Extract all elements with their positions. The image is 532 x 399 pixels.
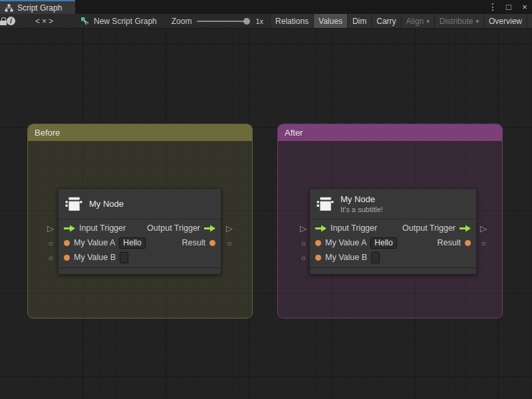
external-value-input-icon[interactable]: ○ <box>46 253 55 263</box>
info-button[interactable]: i <box>7 14 15 28</box>
toolbar-button-dim[interactable]: Dim <box>347 14 371 28</box>
node-ports: Input Trigger Output Trigger My Value A … <box>59 219 221 266</box>
external-flow-output-icon[interactable]: ▷ <box>225 224 234 233</box>
maximize-icon[interactable]: □ <box>504 0 513 14</box>
external-value-input-icon[interactable]: ○ <box>299 239 308 248</box>
value-b-port[interactable]: My Value B <box>315 252 380 263</box>
result-port[interactable]: Result <box>438 238 471 247</box>
new-script-graph-button[interactable]: New Script Graph <box>75 14 162 28</box>
toolbar-button-values[interactable]: Values <box>313 14 347 28</box>
port-row: My Value A Hello Result <box>59 235 221 250</box>
port-row: Input Trigger Output Trigger <box>310 221 476 235</box>
value-b-input[interactable] <box>371 252 380 263</box>
group-title: After <box>285 128 303 138</box>
group-header[interactable]: After <box>278 124 502 141</box>
chevron-down-icon: ▾ <box>475 18 479 25</box>
external-value-output-icon[interactable]: ○ <box>225 239 234 248</box>
node-my-node-after[interactable]: My Node It's a subtitle! Input Trigger O… <box>309 188 477 275</box>
value-port-icon <box>465 240 471 246</box>
zoom-label: Zoom <box>172 17 192 26</box>
toolbar-button-overview[interactable]: Overview <box>483 14 527 28</box>
zoom-slider-handle[interactable] <box>243 18 250 25</box>
value-a-input[interactable]: Hello <box>119 237 145 249</box>
toolbar-toggle-buttons: Relations Values Dim Carry Align ▾ Distr… <box>270 14 532 28</box>
input-trigger-port[interactable]: Input Trigger <box>64 223 126 233</box>
node-header: My Node <box>59 189 221 219</box>
toolbar-button-carry[interactable]: Carry <box>371 14 400 28</box>
graph-canvas[interactable]: Before After My Node Input Tri <box>0 29 532 399</box>
lock-button[interactable] <box>0 14 7 28</box>
result-port[interactable]: Result <box>182 238 215 247</box>
node-footer <box>310 267 476 274</box>
node-subtitle: It's a subtitle! <box>340 205 383 213</box>
port-row: Input Trigger Output Trigger <box>59 221 221 235</box>
port-row: My Value B <box>59 250 221 265</box>
external-value-input-icon[interactable]: ○ <box>299 253 308 263</box>
external-flow-input-icon[interactable]: ▷ <box>299 224 308 233</box>
node-my-node-before[interactable]: My Node Input Trigger Output Trigger My … <box>58 188 221 275</box>
close-icon[interactable]: × <box>520 0 529 14</box>
value-port-icon <box>209 240 215 246</box>
tab-bar: Script Graph ⋮ □ × <box>0 0 532 14</box>
value-a-port[interactable]: My Value A Hello <box>315 237 397 249</box>
toolbar-button-distribute[interactable]: Distribute ▾ <box>434 14 483 28</box>
external-flow-output-icon[interactable]: ▷ <box>479 224 488 233</box>
value-b-port[interactable]: My Value B <box>64 252 128 263</box>
node-header: My Node It's a subtitle! <box>310 189 476 219</box>
toolbar-button-align[interactable]: Align ▾ <box>401 14 434 28</box>
flow-arrow-icon <box>204 225 215 232</box>
group-title: Before <box>35 128 60 138</box>
value-port-icon <box>64 255 70 261</box>
output-trigger-port[interactable]: Output Trigger <box>147 223 215 233</box>
zoom-control: Zoom 1x <box>172 14 267 28</box>
output-trigger-port[interactable]: Output Trigger <box>402 223 471 233</box>
flow-arrow-icon <box>64 225 75 232</box>
new-graph-label: New Script Graph <box>94 17 157 26</box>
node-title: My Node <box>89 199 124 209</box>
zoom-value: 1x <box>255 17 263 25</box>
value-port-icon <box>315 240 321 246</box>
graph-hierarchy-icon <box>5 4 13 12</box>
toolbar-button-fullscreen[interactable]: Full Screen <box>527 14 532 28</box>
external-value-input-icon[interactable]: ○ <box>46 239 55 248</box>
input-trigger-port[interactable]: Input Trigger <box>315 223 377 233</box>
node-footer <box>59 267 221 274</box>
code-preview-button[interactable]: <×> <box>35 14 55 28</box>
chevron-down-icon: ▾ <box>426 18 430 25</box>
port-row: My Value A Hello Result <box>310 235 476 250</box>
external-flow-input-icon[interactable]: ▷ <box>46 224 55 233</box>
external-value-output-icon[interactable]: ○ <box>479 239 488 248</box>
value-port-icon <box>315 255 321 261</box>
node-title: My Node <box>340 194 383 204</box>
group-header[interactable]: Before <box>28 124 252 141</box>
graph-toolbar: i <×> New Script Graph Zoom 1x Relations… <box>0 14 532 29</box>
toolbar-button-relations[interactable]: Relations <box>270 14 313 28</box>
tab-title: Script Graph <box>17 3 62 13</box>
value-port-icon <box>64 240 70 246</box>
code-preview-icon: <×> <box>35 17 55 26</box>
window-menu-icon[interactable]: ⋮ <box>488 0 497 14</box>
window-controls: ⋮ □ × <box>488 0 529 14</box>
unit-icon <box>317 196 334 212</box>
value-a-input[interactable]: Hello <box>370 237 396 249</box>
new-graph-icon <box>80 17 90 26</box>
node-ports: Input Trigger Output Trigger My Value A … <box>310 219 476 266</box>
flow-arrow-icon <box>460 225 471 232</box>
flow-arrow-icon <box>315 225 327 232</box>
value-b-input[interactable] <box>120 252 128 263</box>
info-icon: i <box>7 17 15 25</box>
tab-script-graph[interactable]: Script Graph <box>0 0 75 14</box>
port-row: My Value B <box>310 250 476 265</box>
unit-icon <box>65 196 82 212</box>
lock-icon <box>0 17 7 25</box>
value-a-port[interactable]: My Value A Hello <box>64 237 146 249</box>
zoom-slider[interactable] <box>197 21 250 22</box>
